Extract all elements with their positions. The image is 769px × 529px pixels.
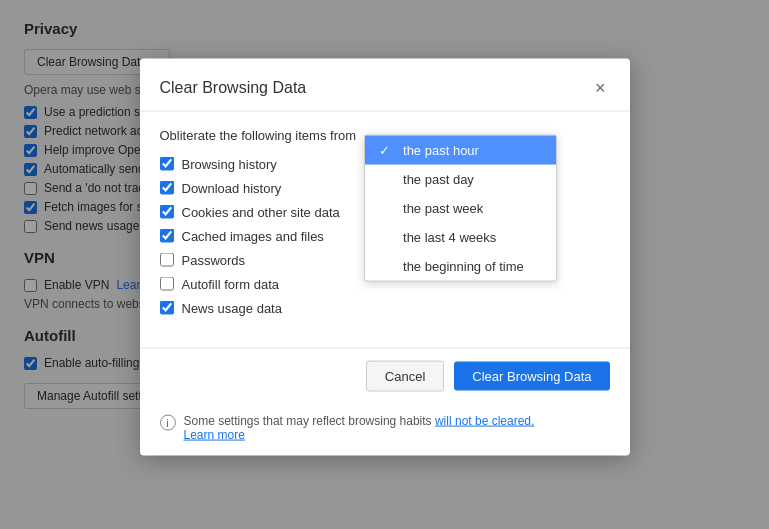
cancel-button[interactable]: Cancel (366, 360, 444, 391)
info-learn-more-link[interactable]: Learn more (184, 427, 245, 441)
modal-checkbox-0[interactable] (160, 157, 174, 171)
modal-footer: Cancel Clear Browsing Data (140, 347, 630, 403)
dropdown-item-0[interactable]: ✓ the past hour (365, 136, 556, 165)
modal-close-button[interactable]: × (591, 76, 610, 98)
modal-checkbox-row-6: News usage data (160, 300, 610, 315)
modal-header: Clear Browsing Data × (140, 58, 630, 111)
clear-browsing-data-modal: Clear Browsing Data × Obliterate the fol… (140, 58, 630, 455)
obliterate-text: Obliterate the following items from (160, 127, 357, 142)
dropdown-item-2[interactable]: the past week (365, 194, 556, 223)
modal-title: Clear Browsing Data (160, 78, 307, 96)
info-icon: i (160, 414, 176, 430)
obliterate-row: Obliterate the following items from ✓ th… (160, 127, 610, 142)
checkmark-icon: ✓ (379, 143, 395, 158)
dropdown-item-4[interactable]: the beginning of time (365, 252, 556, 281)
modal-checkbox-5[interactable] (160, 277, 174, 291)
modal-checkbox-6[interactable] (160, 301, 174, 315)
modal-checkbox-1[interactable] (160, 181, 174, 195)
modal-checkbox-3[interactable] (160, 229, 174, 243)
info-text-container: Some settings that may reflect browsing … (184, 413, 535, 441)
time-range-dropdown[interactable]: ✓ the past hour the past day the past we… (364, 135, 557, 282)
info-bar: i Some settings that may reflect browsin… (140, 403, 630, 455)
clear-browsing-data-confirm-button[interactable]: Clear Browsing Data (454, 361, 609, 390)
modal-checkbox-4[interactable] (160, 253, 174, 267)
modal-checkbox-2[interactable] (160, 205, 174, 219)
dropdown-item-3[interactable]: the last 4 weeks (365, 223, 556, 252)
modal-body: Obliterate the following items from ✓ th… (140, 111, 630, 347)
will-not-be-cleared-link[interactable]: will not be cleared. (435, 413, 534, 427)
dropdown-item-1[interactable]: the past day (365, 165, 556, 194)
info-text: Some settings that may reflect browsing … (184, 413, 435, 427)
